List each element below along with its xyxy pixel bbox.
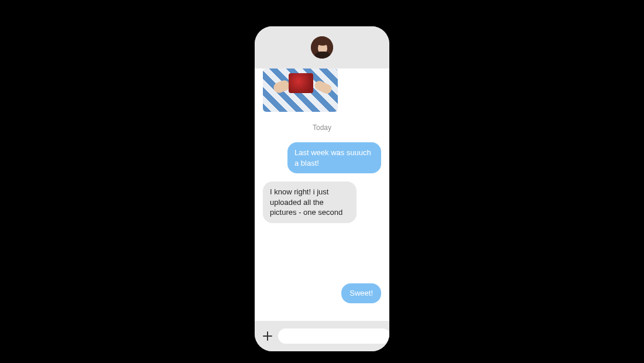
date-separator: Today	[263, 124, 381, 132]
outgoing-message[interactable]: Last week was suuuch a blast!	[287, 142, 381, 173]
image-attachment[interactable]	[263, 69, 338, 112]
conversation-area[interactable]: Today Last week was suuuch a blast! I kn…	[255, 69, 389, 321]
avatar-image	[311, 36, 333, 59]
incoming-image-message[interactable]	[263, 69, 338, 112]
add-attachment-button[interactable]	[263, 330, 272, 342]
phone-mockup: Today Last week was suuuch a blast! I kn…	[255, 26, 389, 351]
contact-avatar[interactable]	[311, 36, 333, 59]
message-composer	[255, 321, 389, 351]
message-input[interactable]	[278, 328, 389, 344]
spacer	[263, 231, 381, 284]
plus-icon	[263, 331, 272, 341]
chat-header	[255, 26, 389, 69]
outgoing-message[interactable]: Sweet!	[341, 283, 381, 303]
incoming-message[interactable]: I know right! i just uploaded all the pi…	[263, 182, 357, 223]
